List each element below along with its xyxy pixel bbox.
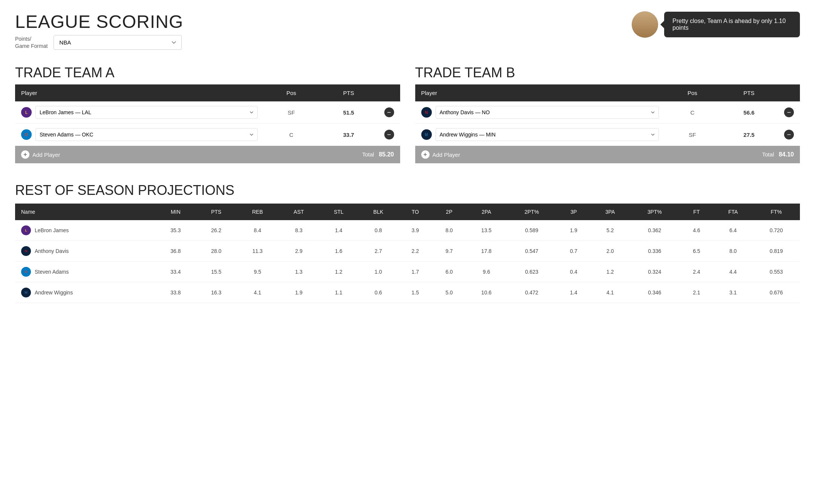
pts-cell: 27.5: [720, 124, 778, 146]
stat-cell: 0.676: [752, 282, 800, 303]
stat-cell: 1.6: [319, 241, 358, 262]
stat-cell: 4.1: [591, 282, 630, 303]
trade-team-a-title: TRADE TEAM A: [15, 65, 400, 81]
header-right: Pretty close, Team A is ahead by only 1.…: [632, 11, 800, 38]
pts-cell: 56.6: [720, 101, 778, 124]
projections-section: REST OF SEASON PROJECTIONS NameMINPTSREB…: [15, 182, 800, 303]
stat-cell: 28.0: [196, 241, 237, 262]
pos-cell: C: [665, 101, 720, 124]
player-cell: M Andrew Wiggins — MIN: [415, 124, 665, 146]
player-select[interactable]: LeBron James — LAL: [35, 106, 258, 119]
stat-cell: 0.4: [557, 262, 591, 282]
stat-cell: 0.336: [630, 241, 680, 262]
stat-cell: 6.0: [432, 262, 466, 282]
stat-cell: 1.1: [319, 282, 358, 303]
remove-button[interactable]: −: [384, 107, 394, 117]
stat-cell: 0.362: [630, 220, 680, 241]
stat-cell: 0.720: [752, 220, 800, 241]
player-name: Steven Adams: [35, 269, 69, 275]
remove-cell: −: [778, 124, 800, 146]
stat-cell: 0.472: [507, 282, 557, 303]
total-cell: Total 84.10: [720, 146, 800, 164]
stat-cell: 1.0: [358, 262, 398, 282]
stat-cell: 0.819: [752, 241, 800, 262]
stat-cell: 1.3: [278, 262, 319, 282]
stat-cell: 15.5: [196, 262, 237, 282]
table-row: O Steven Adams 33.415.59.51.31.21.01.76.…: [15, 262, 800, 282]
stat-cell: 2.0: [591, 241, 630, 262]
player-select[interactable]: Andrew Wiggins — MIN: [436, 128, 659, 141]
player-name: Andrew Wiggins: [35, 290, 73, 296]
stat-cell: 4.1: [236, 282, 278, 303]
add-icon: +: [421, 150, 430, 159]
stat-cell: 1.4: [319, 220, 358, 241]
player-name-cell: O Steven Adams: [15, 262, 155, 282]
proj-col-header: 2PA: [466, 204, 507, 220]
remove-cell: −: [778, 101, 800, 124]
add-player-row: + Add Player Total 84.10: [415, 146, 800, 164]
remove-button[interactable]: −: [784, 130, 794, 139]
stat-cell: 2.4: [680, 262, 714, 282]
team-b-table: Player Pos PTS N Anthony Davis — NO C 56…: [415, 84, 800, 164]
proj-col-header: REB: [236, 204, 278, 220]
header: LEAGUE SCORING Points/Game Format NBA St…: [15, 11, 800, 50]
player-select[interactable]: Steven Adams — OKC: [35, 128, 258, 141]
stat-cell: 10.6: [466, 282, 507, 303]
pos-cell: SF: [264, 101, 319, 124]
player-select[interactable]: Anthony Davis — NO: [436, 106, 659, 119]
player-name: Anthony Davis: [35, 248, 69, 254]
stat-cell: 1.2: [319, 262, 358, 282]
stat-cell: 5.2: [591, 220, 630, 241]
stat-cell: 9.6: [466, 262, 507, 282]
avatar-image: [632, 11, 658, 38]
remove-button[interactable]: −: [384, 130, 394, 139]
team-b-col-pos: Pos: [665, 84, 720, 101]
proj-col-header: STL: [319, 204, 358, 220]
stat-cell: 4.6: [680, 220, 714, 241]
player-cell: O Steven Adams — OKC: [15, 124, 264, 146]
add-player-cell[interactable]: + Add Player: [415, 146, 720, 164]
total-cell: Total 85.20: [319, 146, 400, 164]
table-row: M Andrew Wiggins — MIN SF 27.5 −: [415, 124, 800, 146]
stat-cell: 36.8: [155, 241, 196, 262]
trade-team-b-title: TRADE TEAM B: [415, 65, 800, 81]
proj-col-header: BLK: [358, 204, 398, 220]
proj-col-header: Name: [15, 204, 155, 220]
stat-cell: 4.4: [714, 262, 752, 282]
table-row: M Andrew Wiggins 33.816.34.11.91.10.61.5…: [15, 282, 800, 303]
proj-logo: N: [21, 246, 31, 256]
proj-logo: L: [21, 225, 31, 235]
stat-cell: 0.324: [630, 262, 680, 282]
stat-cell: 35.3: [155, 220, 196, 241]
stat-cell: 2.9: [278, 241, 319, 262]
table-row: O Steven Adams — OKC C 33.7 −: [15, 124, 400, 146]
stat-cell: 8.0: [432, 220, 466, 241]
add-player-label: Add Player: [32, 152, 60, 158]
add-player-cell[interactable]: + Add Player: [15, 146, 319, 164]
remove-button[interactable]: −: [784, 107, 794, 117]
proj-col-header: PTS: [196, 204, 237, 220]
stat-cell: 3.1: [714, 282, 752, 303]
proj-col-header: MIN: [155, 204, 196, 220]
stat-cell: 0.8: [358, 220, 398, 241]
stat-cell: 0.547: [507, 241, 557, 262]
pos-cell: SF: [665, 124, 720, 146]
player-name-cell: L LeBron James: [15, 220, 155, 241]
table-row: L LeBron James — LAL SF 51.5 −: [15, 101, 400, 124]
format-select[interactable]: NBA Standard Custom: [54, 35, 182, 50]
stat-cell: 1.7: [398, 262, 432, 282]
pts-cell: 51.5: [319, 101, 378, 124]
stat-cell: 1.5: [398, 282, 432, 303]
player-cell: N Anthony Davis — NO: [415, 101, 665, 124]
total-label: Total: [362, 151, 377, 158]
stat-cell: 26.2: [196, 220, 237, 241]
proj-col-header: FT: [680, 204, 714, 220]
proj-col-header: FT%: [752, 204, 800, 220]
stat-cell: 5.0: [432, 282, 466, 303]
team-b-col-pts: PTS: [720, 84, 778, 101]
trade-team-a: TRADE TEAM A Player Pos PTS L LeBron Jam…: [15, 65, 400, 164]
player-name-cell: M Andrew Wiggins: [15, 282, 155, 303]
page-title: LEAGUE SCORING: [15, 11, 183, 32]
stat-cell: 8.3: [278, 220, 319, 241]
proj-col-header: 2PT%: [507, 204, 557, 220]
